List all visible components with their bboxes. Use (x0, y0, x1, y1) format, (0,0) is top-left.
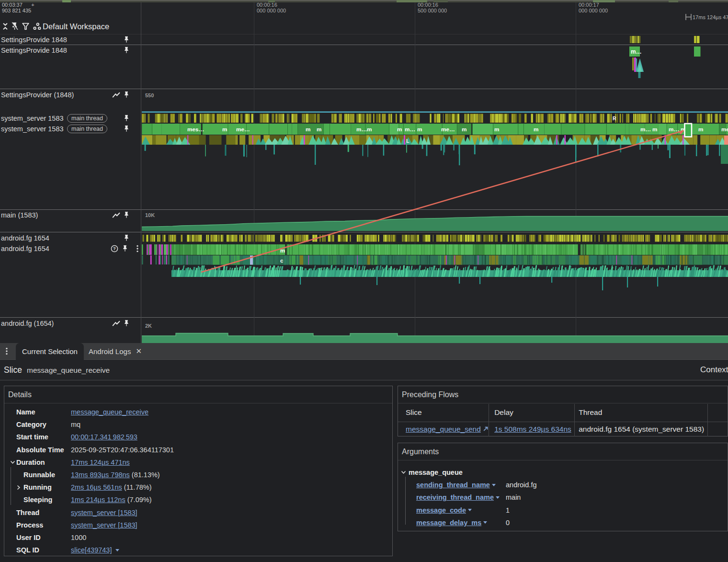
svg-text:?: ? (113, 246, 116, 251)
svg-text:17ms 124µs 471: 17ms 124µs 471 (693, 14, 728, 20)
svg-text:m: m (698, 126, 704, 133)
svg-text:m: m (306, 126, 311, 133)
svg-text:000 000 000: 000 000 000 (257, 8, 286, 13)
svg-text:m: m (462, 126, 467, 133)
svg-text:m: m (417, 126, 422, 133)
svg-text:500 000 000: 500 000 000 (418, 8, 447, 13)
svg-text:m…: m… (356, 126, 367, 133)
svg-text:m: m (652, 126, 658, 133)
svg-text:m: m (317, 126, 322, 133)
svg-text:R: R (613, 115, 616, 121)
svg-text:me…: me… (441, 126, 455, 133)
svg-text:m: m (397, 126, 402, 133)
svg-text:m: m (494, 126, 500, 133)
svg-text:L: L (406, 138, 410, 144)
svg-text:2K: 2K (145, 323, 152, 329)
svg-text:00:00:16: 00:00:16 (418, 2, 438, 8)
svg-text:m: m (367, 126, 372, 133)
svg-text:c: c (280, 258, 284, 264)
svg-text:mes…: mes… (187, 126, 204, 133)
svg-text:00:00:17: 00:00:17 (579, 2, 599, 8)
svg-text:m…: m… (405, 126, 415, 133)
svg-text:m: m (534, 126, 539, 133)
svg-text:00:00:16: 00:00:16 (257, 2, 277, 8)
svg-text:me: me (721, 126, 728, 133)
svg-text:550: 550 (145, 92, 154, 98)
svg-text:me…: me… (236, 126, 250, 133)
svg-text:m: m (222, 126, 228, 133)
svg-text:m…: m… (640, 126, 651, 133)
svg-text:000 000 000: 000 000 000 (579, 8, 608, 13)
svg-text:10K: 10K (145, 212, 155, 218)
svg-text:m…: m… (631, 48, 642, 55)
